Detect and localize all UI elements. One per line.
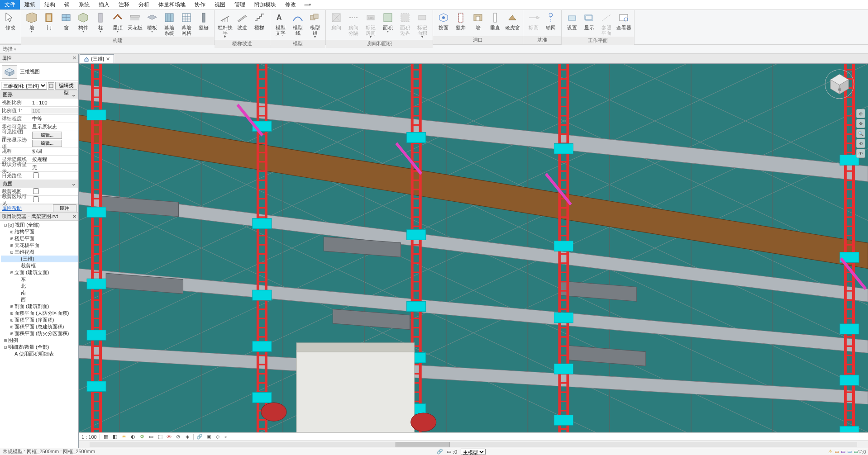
prop-checkbox[interactable] <box>33 172 39 178</box>
look-icon[interactable]: 👁 <box>856 149 865 158</box>
tree-item[interactable]: 北 <box>1 283 78 289</box>
browser-close-icon[interactable]: ✕ <box>72 213 76 219</box>
tree-item[interactable]: ⊞面积平面 (防火分区面积) <box>1 330 78 337</box>
menu-analyze[interactable]: 分析 <box>134 0 154 9</box>
section-box-icon[interactable]: ▣ <box>205 434 212 440</box>
ribbon-set-button[interactable]: 设置 <box>563 11 581 31</box>
tree-item[interactable]: ⊞面积平面 (人防分区面积) <box>1 310 78 317</box>
ribbon-vert-button[interactable]: 垂直 <box>486 11 504 31</box>
view-tab-3d[interactable]: {三维} ✕ <box>80 54 114 63</box>
prop-row[interactable]: 比例值 1:100 <box>0 107 78 115</box>
properties-help-link[interactable]: 属性帮助 <box>2 205 22 212</box>
analytical-icon[interactable]: ◇ <box>215 434 221 440</box>
ribbon-collapse-icon[interactable]: ▭▾ <box>300 0 315 9</box>
ribbon-window-button[interactable]: 窗 <box>57 11 75 31</box>
horizontal-scrollbar[interactable] <box>79 441 868 448</box>
ribbon-area-button[interactable]: 面积 <box>379 11 396 34</box>
prop-row[interactable]: 默认分析显示...无 <box>0 164 78 172</box>
crop-region-icon[interactable]: ⬚ <box>157 434 163 440</box>
ribbon-door-button[interactable]: 门 <box>40 11 57 31</box>
menu-view[interactable]: 视图 <box>210 0 230 9</box>
view-cube[interactable]: 前 <box>824 68 855 100</box>
menu-architecture[interactable]: 建筑 <box>20 0 40 9</box>
shadow-icon[interactable]: ◐ <box>130 434 136 440</box>
ribbon-viewer-button[interactable]: 查看器 <box>615 11 632 31</box>
properties-close-icon[interactable]: ✕ <box>72 55 76 61</box>
tree-item[interactable]: ⊞面积平面 (净面积) <box>1 317 78 323</box>
status-select-icon[interactable]: ▭ <box>834 449 840 455</box>
ribbon-shaft-button[interactable]: 竖井 <box>452 11 469 31</box>
ribbon-modeltext-button[interactable]: A模型 文字 <box>272 11 289 37</box>
prop-row[interactable]: 日光路径 <box>0 172 78 180</box>
prop-edit-button[interactable]: 编辑... <box>32 132 62 139</box>
menu-modify[interactable]: 修改 <box>281 0 300 9</box>
render-icon[interactable]: ⚙ <box>139 434 145 440</box>
prop-category[interactable]: 范围⌄ <box>0 180 78 188</box>
status-face-icon[interactable]: ▭ <box>846 449 853 455</box>
view-tab-close-icon[interactable]: ✕ <box>106 56 110 62</box>
nav-wheel[interactable]: ⊚ ✥ 🔍 ⟲ 👁 <box>856 109 865 158</box>
status-workset-icon[interactable]: ▭ :0 <box>445 449 459 455</box>
view-scale[interactable]: 1 : 100 <box>81 434 97 440</box>
status-filter-icon[interactable]: ▽ :0 <box>859 449 865 455</box>
menu-structure[interactable]: 结构 <box>40 0 60 9</box>
menu-file[interactable]: 文件 <box>0 0 20 9</box>
tree-item[interactable]: ⊞图例 <box>1 337 78 344</box>
ribbon-byface-button[interactable]: 按面 <box>435 11 452 31</box>
pan-icon[interactable]: ✥ <box>856 119 865 128</box>
tree-item[interactable]: 南 <box>1 289 78 296</box>
tree-item[interactable]: ⊟立面 (建筑立面) <box>1 269 78 276</box>
ribbon-grid-button[interactable]: 轴网 <box>542 11 559 31</box>
menu-systems[interactable]: 系统 <box>74 0 94 9</box>
prop-edit-button[interactable]: 编辑... <box>32 140 62 147</box>
ribbon-floor-button[interactable]: 楼板 <box>143 11 161 34</box>
temp-hide-icon[interactable]: ⊘ <box>175 434 181 440</box>
sun-path-icon[interactable]: ☀ <box>121 434 127 440</box>
prop-row[interactable]: 详细程度中等 <box>0 115 78 123</box>
ribbon-railing-button[interactable]: 栏杆扶手 <box>216 11 234 40</box>
visual-style-icon[interactable]: ◧ <box>112 434 118 440</box>
edit-type-button[interactable]: 编辑类型 <box>55 82 77 90</box>
status-warning-icon[interactable]: ⚠ <box>827 449 834 455</box>
ribbon-column-button[interactable]: 柱 <box>92 11 109 34</box>
zoom-icon[interactable]: 🔍 <box>856 129 865 138</box>
menu-annotate[interactable]: 注释 <box>114 0 134 9</box>
ribbon-modify-button[interactable]: 修改 <box>2 11 19 31</box>
view-selector[interactable]: 三维视图: {三维} <box>1 82 47 90</box>
ribbon-wall-button[interactable]: 墙 <box>23 11 40 34</box>
project-browser[interactable]: ⊟[o] 视图 (全部)⊞结构平面⊞楼层平面⊞天花板平面⊟三维视图{三维}裁剪框… <box>0 221 78 448</box>
viewport-3d[interactable]: 前 ⊚ ✥ 🔍 ⟲ 👁 <box>79 64 868 432</box>
tree-item[interactable]: ⊞剖面 (建筑剖面) <box>1 303 78 310</box>
prop-row[interactable]: 裁剪区域可见 <box>0 196 78 204</box>
ribbon-component-button[interactable]: 构件 <box>75 11 92 34</box>
tree-item[interactable]: ⊞楼层平面 <box>1 235 78 242</box>
ribbon-ceiling-button[interactable]: 天花板 <box>126 11 143 31</box>
edit-type-icon[interactable] <box>48 82 54 90</box>
ribbon-curtainsys-button[interactable]: 幕墙 系统 <box>161 11 178 37</box>
prop-row[interactable]: 图形显示选项编辑... <box>0 139 78 147</box>
tree-item[interactable]: 东 <box>1 276 78 283</box>
crop-view-icon[interactable]: ▭ <box>148 434 154 440</box>
ribbon-mullion-button[interactable]: 竖梃 <box>195 11 212 31</box>
unhide-icon[interactable]: 👁 <box>166 434 172 440</box>
prop-row[interactable]: 规程协调 <box>0 147 78 156</box>
menu-insert[interactable]: 插入 <box>94 0 114 9</box>
ribbon-dormer-button[interactable]: 老虎窗 <box>504 11 521 31</box>
ribbon-stair-button[interactable]: 楼梯 <box>251 11 268 31</box>
tree-item[interactable]: ⊟三维视图 <box>1 249 78 256</box>
ribbon-roof-button[interactable]: 屋顶 <box>109 11 126 34</box>
tree-item[interactable]: ⊞天花板平面 <box>1 242 78 249</box>
orbit-icon[interactable]: ⟲ <box>856 139 865 148</box>
status-model-select[interactable]: 主模型 <box>461 449 486 455</box>
constraint-icon[interactable]: 🔗 <box>196 434 203 440</box>
properties-apply-button[interactable]: 应用 <box>53 204 76 212</box>
tree-item[interactable]: ⊟明细表/数量 (全部) <box>1 344 78 351</box>
ribbon-modelgroup-button[interactable]: 模型 组 <box>306 11 324 40</box>
ribbon-ramp-button[interactable]: 坡道 <box>234 11 251 31</box>
reveal-icon[interactable]: ◈ <box>184 434 191 440</box>
prop-checkbox[interactable] <box>33 188 39 194</box>
menu-steel[interactable]: 钢 <box>60 0 74 9</box>
status-drag-icon[interactable]: ▭ <box>840 449 846 455</box>
ribbon-owall-button[interactable]: 墙 <box>469 11 486 31</box>
menu-addins[interactable]: 附加模块 <box>250 0 281 9</box>
